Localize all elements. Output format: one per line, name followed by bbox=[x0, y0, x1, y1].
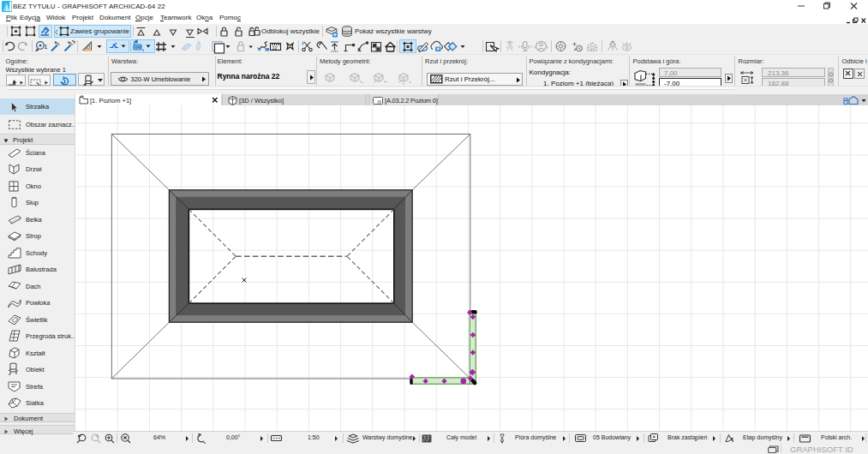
svg-text:12: 12 bbox=[272, 45, 278, 51]
svg-text:1: 1 bbox=[45, 44, 48, 50]
